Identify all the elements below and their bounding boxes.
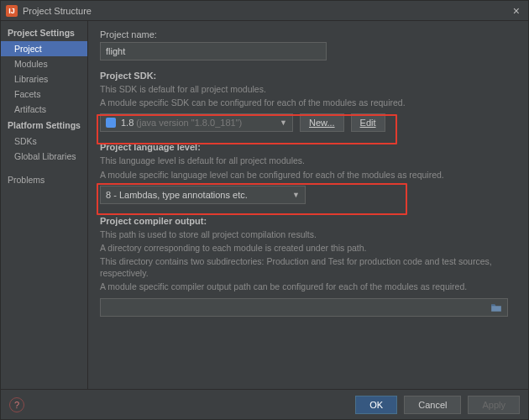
sdk-value-prefix: 1.8 — [121, 118, 134, 128]
cancel-button[interactable]: Cancel — [404, 396, 461, 414]
project-sdk-combobox[interactable]: 1.8 (java version "1.8.0_181") ▼ — [100, 113, 293, 132]
compiler-output-path-input[interactable] — [100, 298, 508, 317]
window-title: Project Structure — [23, 6, 510, 16]
java-sdk-icon — [106, 118, 116, 128]
language-level-combobox[interactable]: 8 - Lambdas, type annotations etc. ▼ — [100, 186, 306, 204]
language-level-label: Project language level: — [100, 142, 516, 152]
content-pane: Project name: Project SDK: This SDK is d… — [88, 21, 528, 389]
sidebar-item-modules[interactable]: Modules — [1, 56, 87, 71]
compiler-desc-line4: A module specific compiler output path c… — [100, 281, 516, 292]
titlebar: IJ Project Structure × — [1, 1, 528, 21]
lang-desc-line2: A module specific language level can be … — [100, 169, 516, 181]
lang-desc-line1: This language level is default for all p… — [100, 155, 516, 166]
language-level-value: 8 - Lambdas, type annotations etc. — [106, 190, 248, 200]
project-sdk-label: Project SDK: — [100, 71, 516, 81]
compiler-desc-line1: This path is used to store all project c… — [100, 228, 516, 240]
help-icon[interactable]: ? — [9, 397, 24, 412]
dialog-footer: ? OK Cancel Apply — [1, 389, 528, 419]
sdk-edit-button[interactable]: Edit — [351, 113, 385, 132]
project-structure-window: IJ Project Structure × Project Settings … — [0, 0, 529, 420]
sidebar-item-facets[interactable]: Facets — [1, 87, 87, 102]
sidebar-item-global-libraries[interactable]: Global Libraries — [1, 149, 87, 164]
compiler-desc-line2: A directory corresponding to each module… — [100, 242, 516, 254]
sdk-new-button[interactable]: New... — [300, 113, 344, 132]
app-icon: IJ — [6, 5, 18, 17]
sdk-desc-line2: A module specific SDK can be configured … — [100, 97, 516, 108]
compiler-output-label: Project compiler output: — [100, 216, 516, 226]
close-icon[interactable]: × — [510, 4, 523, 18]
sdk-value-version: (java version "1.8.0_181") — [136, 118, 242, 128]
sidebar-item-libraries[interactable]: Libraries — [1, 71, 87, 87]
project-name-label: Project name: — [100, 29, 516, 39]
sidebar-item-project[interactable]: Project — [1, 41, 87, 56]
browse-folder-icon[interactable] — [489, 301, 504, 314]
chevron-down-icon: ▼ — [292, 191, 300, 199]
chevron-down-icon: ▼ — [280, 118, 287, 127]
sdk-desc-line1: This SDK is default for all project modu… — [100, 83, 516, 95]
sidebar-item-artifacts[interactable]: Artifacts — [1, 102, 87, 117]
apply-button[interactable]: Apply — [468, 396, 520, 414]
ok-button[interactable]: OK — [355, 396, 397, 414]
sidebar-item-sdks[interactable]: SDKs — [1, 134, 87, 149]
sidebar: Project Settings Project Modules Librari… — [1, 21, 88, 389]
sidebar-section-platform-settings: Platform Settings — [1, 117, 87, 134]
sidebar-section-project-settings: Project Settings — [1, 24, 87, 41]
compiler-desc-line3: This directory contains two subdirectori… — [100, 255, 516, 279]
project-name-input[interactable] — [100, 42, 327, 60]
sidebar-item-problems[interactable]: Problems — [1, 172, 87, 187]
